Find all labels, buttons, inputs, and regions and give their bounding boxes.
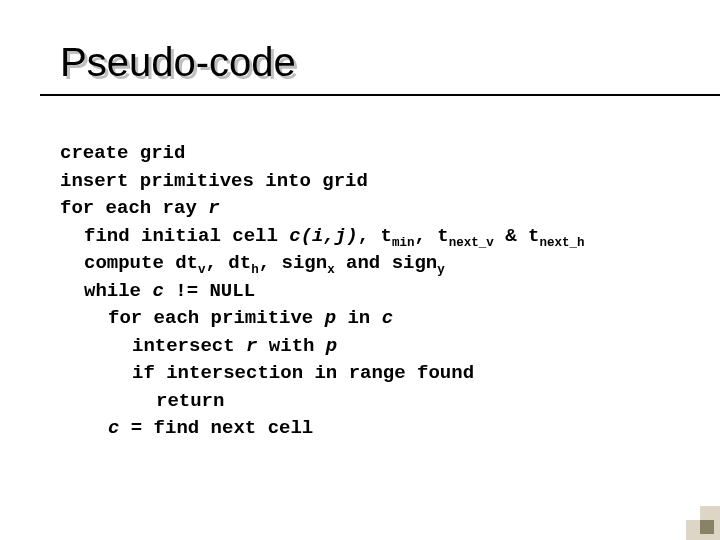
code-text: and sign	[335, 252, 438, 274]
code-line: while c != NULL	[60, 278, 675, 306]
code-line: c = find next cell	[60, 415, 675, 443]
code-text: while	[84, 280, 152, 302]
code-text: for each ray	[60, 197, 208, 219]
code-sub: min	[392, 235, 415, 249]
code-text: , t	[358, 225, 392, 247]
code-text: = find next cell	[119, 417, 313, 439]
title-underline	[40, 94, 720, 96]
code-var: r	[246, 335, 257, 357]
code-text: & t	[494, 225, 540, 247]
code-line: find initial cell c(i,j), tmin, tnext_v …	[60, 223, 675, 251]
code-line: create grid	[60, 140, 675, 168]
code-text: compute dt	[84, 252, 198, 274]
code-line: compute dtv, dth, signx and signy	[60, 250, 675, 278]
corner-square-icon	[700, 520, 714, 534]
code-line: for each primitive p in c	[60, 305, 675, 333]
code-text: intersect	[132, 335, 246, 357]
code-line: insert primitives into grid	[60, 168, 675, 196]
code-text: for each primitive	[108, 307, 325, 329]
code-var: c	[108, 417, 119, 439]
code-text: , t	[414, 225, 448, 247]
code-text: find initial cell	[84, 225, 289, 247]
title-area: Pseudo-code Pseudo-code	[60, 40, 675, 85]
code-text: in	[336, 307, 382, 329]
code-line: if intersection in range found	[60, 360, 675, 388]
code-var: p	[326, 335, 337, 357]
code-line: return	[60, 388, 675, 416]
slide-title: Pseudo-code	[60, 40, 675, 85]
code-var: r	[208, 197, 219, 219]
code-text: with	[257, 335, 325, 357]
code-sub: x	[327, 263, 335, 277]
pseudocode-block: create grid insert primitives into grid …	[60, 140, 675, 443]
code-sub: v	[198, 263, 206, 277]
code-var: c	[382, 307, 393, 329]
code-sub: next_v	[449, 235, 494, 249]
code-line: for each ray r	[60, 195, 675, 223]
code-text: , sign	[259, 252, 327, 274]
code-sub: y	[437, 263, 445, 277]
code-sub: h	[251, 263, 259, 277]
code-text: , dt	[206, 252, 252, 274]
slide: Pseudo-code Pseudo-code create grid inse…	[0, 0, 720, 540]
code-var: p	[325, 307, 336, 329]
code-var: c(i,j)	[289, 225, 357, 247]
code-var: c	[152, 280, 163, 302]
code-sub: next_h	[539, 235, 584, 249]
code-text: != NULL	[164, 280, 255, 302]
code-line: intersect r with p	[60, 333, 675, 361]
